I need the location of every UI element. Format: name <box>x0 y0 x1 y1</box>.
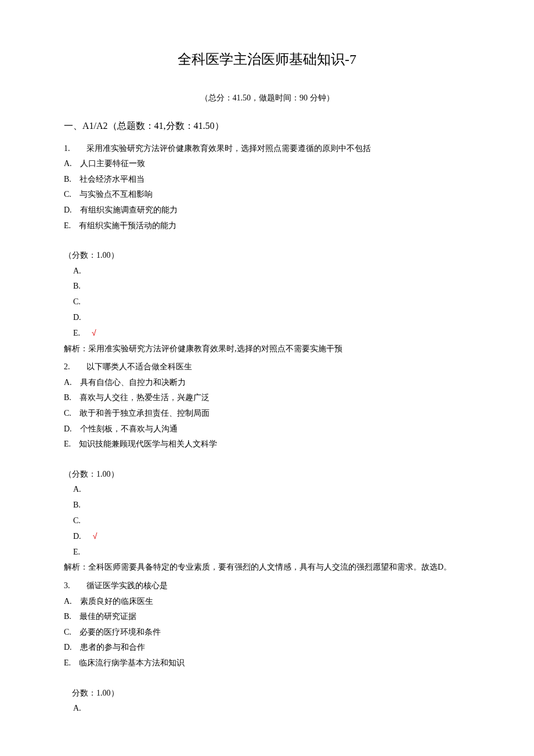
page-title: 全科医学主治医师基础知识-7 <box>64 46 470 73</box>
question-text: 以下哪类人不适合做全科医生 <box>86 362 192 371</box>
answer-a: A. <box>73 264 470 279</box>
option-c: C. 必要的医疗环境和条件 <box>64 625 470 640</box>
answer-a: A. <box>73 701 470 717</box>
answer-b: B. <box>73 279 470 294</box>
check-icon: √ <box>93 531 98 541</box>
score-label: （分数：1.00） <box>64 248 470 264</box>
option-b: B. 社会经济水平相当 <box>64 172 470 188</box>
option-b: B. 最佳的研究证据 <box>64 609 470 625</box>
question-1: 1. 采用准实验研究方法评价健康教育效果时，选择对照点需要遵循的原则中不包括 A… <box>64 141 470 357</box>
option-a: A. 具有自信心、自控力和决断力 <box>64 375 470 391</box>
meta-info: （总分：41.50，做题时间：90 分钟） <box>64 91 470 106</box>
section-heading: 一、A1/A2（总题数：41,分数：41.50） <box>64 117 470 135</box>
option-d: D. 患者的参与和合作 <box>64 640 470 656</box>
answer-c: C. <box>73 513 470 529</box>
option-a: A. 素质良好的临床医生 <box>64 594 470 610</box>
answer-b: B. <box>73 498 470 513</box>
option-b: B. 喜欢与人交往，热爱生活，兴趣广泛 <box>64 390 470 406</box>
option-e: E. 知识技能兼顾现代医学与相关人文科学 <box>64 437 470 452</box>
option-c: C. 与实验点不互相影响 <box>64 187 470 203</box>
option-d: D. 个性刻板，不喜欢与人沟通 <box>64 422 470 437</box>
option-d: D. 有组织实施调查研究的能力 <box>64 203 470 218</box>
question-number: 2. <box>64 362 86 371</box>
answer-d: D. <box>73 310 470 326</box>
score-label: （分数：1.00） <box>64 467 470 483</box>
question-3: 3. 循证医学实践的核心是 A. 素质良好的临床医生 B. 最佳的研究证据 C.… <box>64 578 470 717</box>
question-number: 1. <box>64 144 86 153</box>
option-c: C. 敢于和善于独立承担责任、控制局面 <box>64 406 470 422</box>
option-a: A. 人口主要特征一致 <box>64 156 470 172</box>
answer-a: A. <box>73 482 470 498</box>
check-icon: √ <box>92 328 96 337</box>
answer-e: E. <box>73 545 470 560</box>
answer-e: E.√ <box>73 325 470 341</box>
option-e: E. 有组织实施干预活动的能力 <box>64 218 470 234</box>
question-text: 采用准实验研究方法评价健康教育效果时，选择对照点需要遵循的原则中不包括 <box>86 144 371 153</box>
question-2: 2. 以下哪类人不适合做全科医生 A. 具有自信心、自控力和决断力 B. 喜欢与… <box>64 359 470 575</box>
score-label: 分数：1.00） <box>64 686 470 701</box>
answer-d: D.√ <box>73 528 470 545</box>
option-e: E. 临床流行病学基本方法和知识 <box>64 656 470 671</box>
question-number: 3. <box>64 581 86 590</box>
explanation: 解析：全科医师需要具备特定的专业素质，要有强烈的人文情感，具有与人交流的强烈愿望… <box>64 560 470 575</box>
question-text: 循证医学实践的核心是 <box>86 581 168 590</box>
answer-c: C. <box>73 294 470 310</box>
explanation: 解析：采用准实验研究方法评价健康教育效果时,选择的对照点不需要实施干预 <box>64 341 470 357</box>
